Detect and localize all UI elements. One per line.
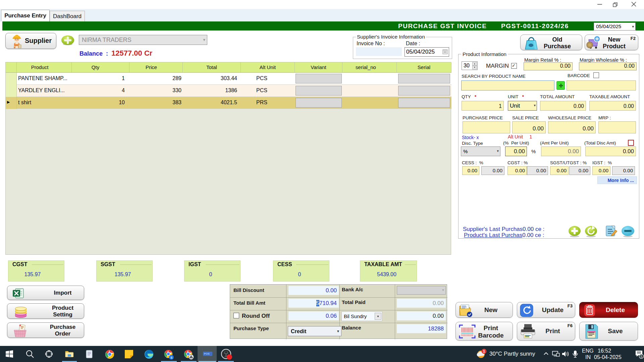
- svg-text:S: S: [170, 356, 172, 359]
- svg-text:1: 1: [483, 349, 485, 353]
- svg-text:5: 5: [640, 355, 642, 358]
